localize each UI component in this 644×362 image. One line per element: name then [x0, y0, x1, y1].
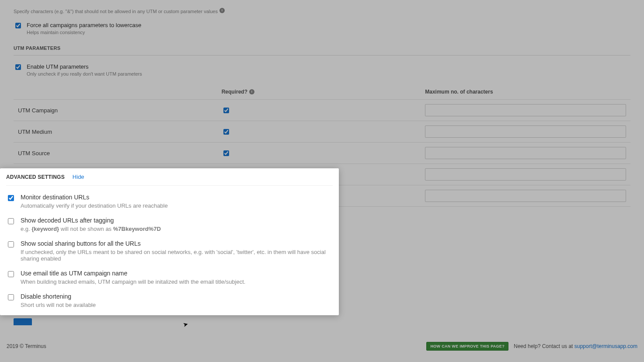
- advanced-option-checkbox[interactable]: [8, 195, 14, 201]
- info-icon[interactable]: i: [219, 8, 225, 13]
- advanced-option-checkbox[interactable]: [8, 294, 14, 300]
- enable-utm-sub: Only uncheck if you really don't want UT…: [27, 71, 142, 77]
- utm-param-name: UTM Campaign: [14, 100, 217, 121]
- advanced-option-row: Disable shorteningShort urls will not be…: [6, 285, 333, 308]
- footer-help-text: Need help? Contact us at: [514, 343, 574, 349]
- advanced-settings-title: ADVANCED SETTINGS: [6, 174, 65, 180]
- improve-page-button[interactable]: HOW CAN WE IMPROVE THIS PAGE?: [426, 342, 508, 351]
- force-lowercase-label: Force all campaigns parameters to lowerc…: [27, 22, 141, 28]
- advanced-option-label: Monitor destination URLs: [21, 194, 168, 201]
- force-lowercase-row: Force all campaigns parameters to lowerc…: [14, 22, 630, 35]
- force-lowercase-checkbox[interactable]: [15, 23, 21, 28]
- table-row: UTM Medium: [14, 121, 630, 143]
- table-row: UTM Source: [14, 143, 630, 164]
- advanced-option-sub: e.g. {keyword} will not be shown as %7Bk…: [21, 226, 161, 232]
- utm-required-checkbox[interactable]: [223, 150, 229, 156]
- advanced-option-label: Show decoded URLs after tagging: [21, 217, 161, 224]
- enable-utm-row: Enable UTM parameters Only uncheck if yo…: [14, 63, 630, 77]
- utm-maxchars-input[interactable]: [425, 125, 626, 138]
- support-email-link[interactable]: support@terminusapp.com: [574, 343, 637, 349]
- column-maxchars-header: Maximum no. of characters: [421, 85, 630, 100]
- advanced-settings-modal: ADVANCED SETTINGS Hide Monitor destinati…: [0, 168, 339, 315]
- disallowed-chars-helper: Specify characters (e.g. "&") that shoul…: [14, 9, 218, 14]
- utm-maxchars-input[interactable]: [425, 104, 626, 116]
- advanced-option-label: Show social sharing buttons for all the …: [21, 240, 333, 247]
- advanced-option-sub: If unchecked, only the URLs meant to be …: [21, 249, 333, 262]
- utm-param-name: UTM Source: [14, 143, 217, 164]
- save-button[interactable]: [14, 318, 32, 325]
- footer-copyright: 2019 © Terminus: [7, 343, 46, 349]
- utm-param-name: UTM Medium: [14, 121, 217, 143]
- advanced-option-row: Show social sharing buttons for all the …: [6, 232, 333, 262]
- cursor-icon: ➤: [182, 320, 189, 329]
- utm-required-checkbox[interactable]: [223, 108, 229, 113]
- hide-link[interactable]: Hide: [73, 174, 84, 180]
- force-lowercase-sub: Helps maintain consistency: [27, 30, 141, 35]
- advanced-option-sub: When building tracked emails, UTM campai…: [21, 278, 245, 285]
- advanced-option-row: Show decoded URLs after tagginge.g. {key…: [6, 209, 333, 232]
- enable-utm-label: Enable UTM parameters: [27, 63, 142, 70]
- advanced-option-label: Disable shortening: [21, 293, 96, 300]
- advanced-option-label: Use email title as UTM campaign name: [21, 270, 245, 277]
- info-icon[interactable]: i: [249, 89, 254, 94]
- utm-parameters-header: UTM PARAMETERS: [14, 45, 630, 55]
- advanced-option-row: Use email title as UTM campaign nameWhen…: [6, 262, 333, 285]
- utm-required-checkbox[interactable]: [223, 129, 229, 135]
- advanced-option-checkbox[interactable]: [8, 241, 14, 247]
- table-row: UTM Campaign: [14, 100, 630, 121]
- advanced-option-checkbox[interactable]: [8, 218, 14, 224]
- utm-maxchars-input[interactable]: [425, 168, 626, 181]
- advanced-option-sub: Short urls will not be available: [21, 302, 96, 308]
- column-required-header: Required?: [222, 89, 247, 95]
- utm-maxchars-input[interactable]: [425, 190, 626, 202]
- page-footer: 2019 © Terminus HOW CAN WE IMPROVE THIS …: [7, 342, 637, 351]
- advanced-option-sub: Automatically verify if your destination…: [21, 202, 168, 209]
- enable-utm-checkbox[interactable]: [15, 64, 21, 70]
- advanced-option-checkbox[interactable]: [8, 271, 14, 277]
- advanced-option-row: Monitor destination URLsAutomatically ve…: [6, 186, 333, 209]
- utm-maxchars-input[interactable]: [425, 147, 626, 159]
